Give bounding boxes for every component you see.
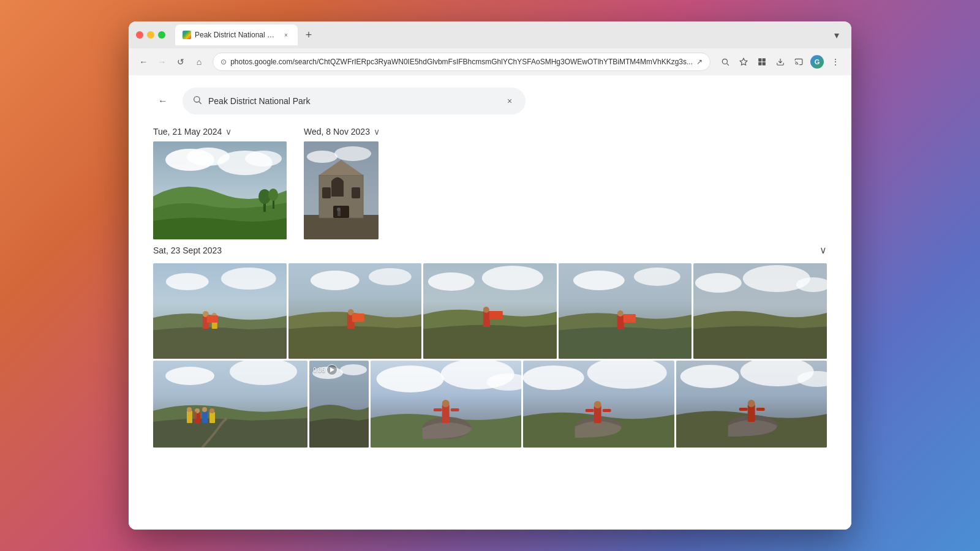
forward-button[interactable]: → — [154, 53, 169, 70]
address-lock-icon: ⊙ — [221, 58, 227, 66]
nav-icons-right: G ⋮ — [717, 53, 844, 70]
tabs-area: Peak District National Park - × + ▾ — [175, 24, 844, 45]
svg-point-0 — [722, 59, 727, 64]
photo-item-moor-5[interactable] — [693, 263, 827, 359]
svg-point-30 — [337, 208, 341, 211]
search-query-text: Peak District National Park — [208, 96, 497, 106]
svg-rect-21 — [304, 215, 379, 239]
search-bar[interactable]: Peak District National Park × — [183, 88, 526, 114]
svg-rect-83 — [434, 408, 442, 411]
date-label-sept2023: Sat, 23 Sept 2023 — [153, 246, 222, 255]
svg-point-75 — [340, 364, 367, 375]
extensions-button[interactable] — [753, 53, 771, 70]
svg-rect-56 — [624, 314, 636, 323]
cast-button[interactable] — [790, 53, 807, 70]
svg-point-58 — [695, 273, 742, 293]
svg-point-33 — [221, 268, 276, 290]
svg-rect-50 — [489, 311, 503, 320]
close-window-button[interactable] — [136, 31, 143, 39]
bookmark-button[interactable] — [735, 53, 752, 70]
address-bar[interactable]: ⊙ photos.google.com/search/ChtQZWFrIERpc… — [213, 53, 710, 71]
photo-item-landscape[interactable] — [153, 141, 287, 239]
date-label-nov2023: Wed, 8 Nov 2023 — [304, 127, 370, 137]
nav-bar: ← → ↺ ⌂ ⊙ photos.google.com/search/ChtQZ… — [129, 48, 851, 75]
search-clear-button[interactable]: × — [503, 95, 516, 107]
svg-rect-98 — [747, 405, 755, 422]
page-content: ← Peak District National Park × Tue, 21 … — [129, 75, 851, 530]
svg-rect-26 — [322, 187, 331, 198]
svg-point-94 — [680, 365, 739, 388]
home-button[interactable]: ⌂ — [192, 53, 206, 70]
svg-rect-5 — [763, 62, 766, 66]
tab-label: Peak District National Park - — [195, 31, 278, 39]
photo-item-moor-1[interactable] — [153, 263, 287, 359]
svg-point-19 — [307, 151, 337, 163]
svg-rect-100 — [739, 408, 747, 411]
traffic-lights — [136, 31, 165, 39]
minimize-window-button[interactable] — [147, 31, 154, 39]
date-group-nov2023[interactable]: Wed, 8 Nov 2023 ∨ — [304, 127, 380, 137]
svg-rect-4 — [758, 62, 761, 66]
photo-item-moor-4[interactable] — [559, 263, 692, 359]
back-button[interactable]: ← — [136, 53, 151, 70]
zoom-button[interactable] — [717, 53, 734, 70]
svg-point-40 — [310, 271, 359, 290]
browser-window: Peak District National Park - × + ▾ ← → … — [129, 21, 851, 530]
play-triangle — [330, 367, 334, 372]
maximize-window-button[interactable] — [158, 31, 165, 39]
svg-point-82 — [442, 400, 450, 407]
tab-close-button[interactable]: × — [282, 31, 290, 39]
photo-item-moor-3[interactable] — [423, 263, 557, 359]
search-back-button[interactable]: ← — [153, 91, 173, 111]
photo-item-standing-1[interactable] — [371, 361, 521, 448]
new-tab-button[interactable]: + — [300, 26, 317, 43]
photo-row-sept-2: 0:06 — [153, 361, 827, 448]
external-link-icon[interactable]: ↗ — [696, 58, 703, 66]
svg-point-17 — [268, 189, 278, 201]
reload-button[interactable]: ↺ — [173, 53, 188, 70]
svg-point-90 — [594, 401, 601, 408]
svg-point-55 — [617, 310, 624, 317]
tab-dropdown-button[interactable]: ▾ — [829, 27, 844, 43]
svg-point-99 — [747, 400, 755, 407]
svg-rect-91 — [586, 409, 594, 412]
photo-item-hikers[interactable] — [153, 361, 307, 448]
photo-item-church[interactable] — [304, 141, 379, 239]
play-icon[interactable] — [326, 364, 337, 375]
video-duration: 0:06 — [313, 367, 325, 373]
user-avatar[interactable]: G — [809, 53, 826, 70]
svg-rect-81 — [442, 405, 450, 423]
svg-point-86 — [523, 365, 584, 390]
date-chevron-nov2023: ∨ — [374, 127, 380, 137]
search-header: ← Peak District National Park × — [129, 75, 851, 121]
svg-point-13 — [245, 151, 282, 167]
svg-point-46 — [428, 272, 475, 291]
photo-item-moor-2[interactable] — [288, 263, 422, 359]
avatar-circle: G — [810, 55, 824, 69]
title-bar: Peak District National Park - × + ▾ — [129, 21, 851, 48]
date-group-may2024[interactable]: Tue, 21 May 2024 ∨ — [153, 127, 287, 137]
svg-point-41 — [368, 268, 411, 285]
section-nov2023: Wed, 8 Nov 2023 ∨ — [304, 127, 380, 239]
photo-item-standing-3[interactable] — [676, 361, 827, 448]
svg-rect-70 — [209, 412, 215, 423]
svg-rect-72 — [192, 411, 197, 419]
date-chevron-sept2023[interactable]: ∨ — [820, 244, 827, 256]
svg-point-20 — [334, 146, 371, 161]
menu-button[interactable]: ⋮ — [827, 53, 844, 70]
svg-rect-64 — [187, 411, 192, 423]
svg-rect-2 — [758, 58, 761, 61]
svg-point-77 — [377, 365, 444, 392]
photo-item-standing-2[interactable] — [523, 361, 674, 448]
svg-rect-3 — [763, 58, 766, 61]
svg-point-7 — [194, 97, 200, 102]
svg-point-65 — [187, 407, 192, 412]
svg-rect-27 — [352, 187, 360, 198]
download-button[interactable] — [772, 53, 789, 70]
active-tab[interactable]: Peak District National Park - × — [175, 24, 298, 45]
avatar-label: G — [815, 58, 820, 66]
photo-item-video[interactable]: 0:06 — [309, 361, 369, 448]
tab-favicon — [183, 31, 191, 39]
date-group-sept2023[interactable]: Sat, 23 Sept 2023 — [153, 246, 222, 255]
svg-rect-48 — [483, 311, 490, 327]
